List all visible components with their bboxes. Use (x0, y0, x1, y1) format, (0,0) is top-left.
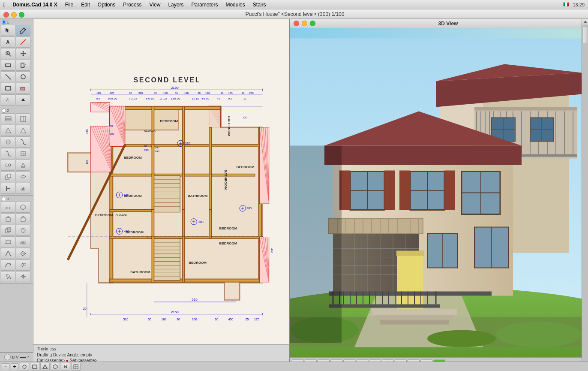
menu-modules[interactable]: Modules (222, 1, 248, 8)
tool-s2-10[interactable] (16, 160, 30, 171)
minimize-button[interactable] (11, 12, 17, 18)
svg-text:210: 210 (144, 148, 149, 151)
toolbar-row-s2-7: ab (1, 183, 32, 194)
view-2d[interactable]: SECOND LEVEL 2150 195 320 30 220 30 170 … (33, 19, 290, 371)
svg-text:A: A (6, 39, 10, 45)
svg-text:440: 440 (124, 230, 129, 233)
zoom-plus-button[interactable]: + (11, 363, 18, 370)
maximize-button[interactable] (19, 12, 24, 18)
tool-3d-9[interactable] (1, 248, 15, 259)
menu-edit[interactable]: Edit (78, 1, 93, 8)
toolbar-row-5 (1, 71, 32, 82)
svg-text:100: 100 (155, 146, 159, 149)
tool-text[interactable]: A (1, 36, 15, 48)
tool-up[interactable] (16, 94, 30, 106)
right-scrollbar[interactable] (582, 19, 588, 371)
nav-icon-3[interactable] (40, 363, 50, 371)
3d-close-button[interactable] (294, 21, 299, 26)
tool-s2-9[interactable] (1, 160, 15, 171)
svg-marker-38 (21, 216, 25, 218)
tool-s2-11[interactable] (1, 171, 15, 182)
scroll-track[interactable] (582, 26, 588, 43)
tool-s2-13[interactable] (1, 183, 15, 194)
tool-3d-10[interactable] (16, 248, 30, 259)
3d-render-area[interactable] (290, 28, 582, 357)
tool-s2-3[interactable] (1, 125, 15, 136)
tool-3d-11[interactable] (1, 259, 15, 271)
tool-s2-12[interactable] (16, 171, 30, 182)
svg-text:180: 180 (85, 160, 88, 164)
tool-3d-2[interactable] (16, 202, 30, 213)
tool-3d-1[interactable]: 3D (1, 202, 15, 213)
nav-icon-6[interactable] (71, 363, 81, 371)
menu-app[interactable]: Domus.Cad 14.0 X (9, 1, 61, 8)
svg-point-345 (427, 330, 496, 347)
tool-s2-5[interactable] (1, 136, 15, 148)
svg-text:510: 510 (192, 298, 198, 302)
svg-rect-111 (183, 106, 185, 148)
tool-s2-2[interactable] (16, 113, 30, 124)
tool-cursor[interactable] (1, 271, 15, 282)
tool-wall[interactable] (1, 60, 15, 71)
tool-s2-1[interactable] (1, 113, 15, 124)
tool-s2-4[interactable] (16, 125, 30, 136)
3d-maximize-button[interactable] (310, 21, 315, 26)
menu-parameters[interactable]: Parameters (188, 1, 221, 8)
tool-line[interactable] (1, 71, 15, 82)
zoom-minus-button[interactable]: − (2, 363, 9, 370)
section-3-radio[interactable] (2, 197, 6, 201)
nav-icon-1[interactable] (20, 363, 29, 371)
tool-3d-5[interactable] (1, 225, 15, 236)
svg-rect-122 (183, 236, 185, 282)
menu-stairs[interactable]: Stairs (249, 1, 270, 8)
svg-text:11 1/2: 11 1/2 (159, 97, 167, 100)
scroll-up-button[interactable] (582, 19, 588, 25)
menu-options[interactable]: Options (94, 1, 119, 8)
tool-3d-4[interactable] (16, 213, 30, 224)
nav-icon-2[interactable] (30, 363, 39, 371)
tool-4[interactable]: 4 (1, 94, 15, 106)
menu-view[interactable]: View (146, 1, 164, 8)
tool-circle[interactable] (16, 71, 30, 82)
toolbar-row-s3-1: 3D (1, 202, 32, 213)
tool-3d-6[interactable] (16, 225, 30, 236)
svg-text:70: 70 (110, 124, 113, 127)
scroll-thumb[interactable] (582, 26, 588, 43)
toolbar-row-s2-5 (1, 160, 32, 171)
tool-s2-8[interactable] (16, 148, 30, 159)
menu-process[interactable]: Process (120, 1, 145, 8)
tool-pan[interactable] (16, 48, 30, 59)
svg-rect-118 (152, 209, 154, 238)
svg-text:BEDROOM: BEDROOM (219, 226, 237, 230)
tool-s2-7[interactable] (1, 148, 15, 159)
svg-marker-18 (6, 128, 11, 133)
3d-minimize-button[interactable] (302, 21, 307, 26)
tool-erase[interactable] (16, 83, 30, 94)
tool-s2-6[interactable] (16, 136, 30, 148)
toolbar-row-s3-5 (1, 248, 32, 259)
tool-3d-12[interactable] (16, 259, 30, 271)
tool-s2-14[interactable]: ab (16, 183, 30, 194)
svg-text:4'9: 4'9 (217, 97, 221, 100)
section-3-label: 3 (1, 196, 32, 202)
tool-3d-8[interactable]: ABC (16, 236, 30, 247)
section-2-radio[interactable] (2, 109, 6, 113)
menu-file[interactable]: File (62, 1, 77, 8)
toolbar-row-s3-3 (1, 225, 32, 236)
tool-3d-3[interactable] (1, 213, 15, 224)
close-button[interactable] (3, 12, 9, 18)
svg-rect-116 (183, 174, 185, 212)
tool-3d-7[interactable] (1, 236, 15, 247)
nav-icon-4[interactable] (51, 363, 60, 371)
tool-crosshair[interactable] (16, 271, 30, 282)
svg-text:9 2: 9 2 (228, 97, 232, 100)
tool-pencil2[interactable] (16, 36, 30, 48)
tool-pencil[interactable] (16, 25, 30, 36)
tool-zoom[interactable] (1, 48, 15, 59)
menu-layers[interactable]: Layers (165, 1, 187, 8)
tool-select[interactable] (1, 25, 15, 36)
section-1-radio[interactable] (2, 20, 6, 24)
tool-rect[interactable] (1, 83, 15, 94)
tool-door[interactable] (16, 60, 30, 71)
nav-icon-5[interactable]: N (61, 363, 70, 371)
